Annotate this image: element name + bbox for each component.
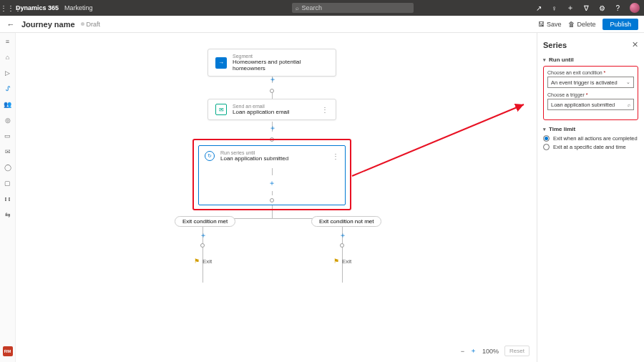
annotation-highlight-right: Choose an exit condition An event trigge… <box>543 66 638 120</box>
connector-dot <box>270 198 274 202</box>
segment-icon: → <box>215 57 227 69</box>
delete-button[interactable]: 🗑Delete <box>568 21 595 28</box>
help-icon[interactable]: ? <box>615 4 620 12</box>
add-step-icon[interactable]: ＋ <box>200 230 207 240</box>
radio-icon <box>543 135 550 142</box>
chevron-down-icon: ▾ <box>543 127 546 132</box>
properties-panel: Series ✕ ▾ Run until Choose an exit cond… <box>537 33 644 362</box>
search-icon: ⌕ <box>296 5 299 11</box>
segment-node[interactable]: → Segment Homeowners and potential homeo… <box>208 49 336 77</box>
nav-chart-icon[interactable]: ⫾⫾ <box>4 195 12 203</box>
svg-line-0 <box>352 104 524 176</box>
delete-icon: 🗑 <box>568 21 575 28</box>
nav-mail-icon[interactable]: ✉ <box>4 147 12 156</box>
email-node[interactable]: ✉ Send an email Loan application email ⋮ <box>208 99 336 120</box>
node-title: Loan application submitted <box>220 155 288 162</box>
status-badge: Draft <box>81 21 101 28</box>
nav-play-icon[interactable]: ▷ <box>4 69 12 77</box>
close-icon[interactable]: ✕ <box>632 40 638 49</box>
exit-node-right[interactable]: ⚑Exit <box>333 258 351 265</box>
email-icon: ✉ <box>215 104 227 115</box>
nav-card-icon[interactable]: ▭ <box>4 132 12 140</box>
connector-dot <box>200 243 205 248</box>
zoom-level: 100% <box>482 348 499 355</box>
add-step-icon[interactable]: ＋ <box>269 123 276 133</box>
panel-title: Series <box>543 41 567 49</box>
add-step-icon[interactable]: ＋ <box>268 178 275 188</box>
user-avatar[interactable] <box>630 3 640 13</box>
radio-icon <box>543 144 550 150</box>
plus-icon[interactable]: ＋ <box>567 3 574 13</box>
condition-met-pill[interactable]: Exit condition met <box>175 216 235 227</box>
node-title: Homeowners and potential homeowners <box>233 59 328 72</box>
left-nav: ≡ ⌂ ▷ ᔑ 👥 ◎ ▭ ✉ ◯ ▢ ⫾⫾ ⇆ RM <box>0 33 16 362</box>
section-run-until[interactable]: ▾ Run until <box>543 57 638 63</box>
nav-menu-icon[interactable]: ≡ <box>4 37 12 46</box>
save-icon: 🖫 <box>538 21 545 28</box>
node-more-icon[interactable]: ⋮ <box>332 152 339 160</box>
chevron-down-icon: ⌄ <box>626 79 630 85</box>
condition-notmet-pill[interactable]: Exit condition not met <box>311 216 381 227</box>
topbar-right-icons: ↗ ♀ ＋ ∇ ⚙ ? <box>536 3 644 13</box>
app-launcher-icon[interactable]: ⋮⋮⋮ <box>0 4 16 12</box>
back-button[interactable]: ← <box>6 20 16 29</box>
zoom-out-button[interactable]: − <box>461 348 464 355</box>
bulb-icon[interactable]: ♀ <box>552 4 557 12</box>
area-name: Marketing <box>64 4 93 11</box>
zoom-in-button[interactable]: ＋ <box>470 346 477 356</box>
node-more-icon[interactable]: ⋮ <box>314 106 328 114</box>
brand-name: Dynamics 365 <box>16 4 59 11</box>
exit-condition-select[interactable]: An event trigger is activated ⌄ <box>547 77 634 88</box>
zoom-reset-button[interactable]: Reset <box>504 346 530 356</box>
search-icon: ⌕ <box>628 102 630 107</box>
nav-journey-icon[interactable]: ᔑ <box>4 84 12 93</box>
node-title: Loan application email <box>233 109 290 115</box>
add-step-icon[interactable]: ＋ <box>339 230 346 240</box>
radio-exit-all-actions[interactable]: Exit when all actions are completed <box>543 135 638 142</box>
flag-icon: ⚑ <box>194 258 200 265</box>
publish-button[interactable]: Publish <box>602 19 638 30</box>
command-bar: ← Journey name Draft 🖫Save 🗑Delete Publi… <box>0 16 644 33</box>
trigger-lookup[interactable]: Loan application submitted ⌕ <box>547 99 634 110</box>
exit-condition-label: Choose an exit condition <box>547 70 634 75</box>
exit-node-left[interactable]: ⚑Exit <box>194 258 212 265</box>
node-type-label: Send an email <box>233 104 290 109</box>
area-switcher[interactable]: RM <box>3 346 13 356</box>
journey-canvas[interactable]: ＋ ＋ → Segment Homeowners and potential h… <box>16 33 537 362</box>
global-search[interactable]: ⌕ Search <box>292 3 414 13</box>
nav-settings-icon[interactable]: ⇆ <box>4 210 12 219</box>
canvas-zoom-controls: − ＋ 100% Reset <box>461 346 530 356</box>
connector-dot <box>340 243 344 248</box>
trigger-label: Choose a trigger <box>547 92 634 97</box>
chevron-down-icon: ▾ <box>543 57 546 63</box>
flag-icon: ⚑ <box>333 258 339 265</box>
settings-icon[interactable]: ⚙ <box>599 4 605 12</box>
node-type-label: Segment <box>233 54 328 59</box>
top-nav-bar: ⋮⋮⋮ Dynamics 365 Marketing ⌕ Search ↗ ♀ … <box>0 0 644 16</box>
nav-home-icon[interactable]: ⌂ <box>4 53 12 62</box>
filter-icon[interactable]: ∇ <box>584 4 589 12</box>
nav-push-icon[interactable]: ▢ <box>4 179 12 187</box>
share-icon[interactable]: ↗ <box>536 4 542 12</box>
search-placeholder: Search <box>302 4 323 11</box>
node-type-label: Run series until <box>220 150 288 155</box>
series-icon: ↻ <box>205 151 215 161</box>
nav-sms-icon[interactable]: ◯ <box>4 163 12 172</box>
series-node[interactable]: ↻ Run series until Loan application subm… <box>198 145 346 205</box>
nav-target-icon[interactable]: ◎ <box>4 116 12 124</box>
nav-people-icon[interactable]: 👥 <box>4 100 12 109</box>
section-time-limit[interactable]: ▾ Time limit <box>543 126 638 132</box>
save-button[interactable]: 🖫Save <box>538 21 562 28</box>
radio-exit-specific-date[interactable]: Exit at a specific date and time <box>543 144 638 150</box>
page-title: Journey name <box>21 20 75 29</box>
